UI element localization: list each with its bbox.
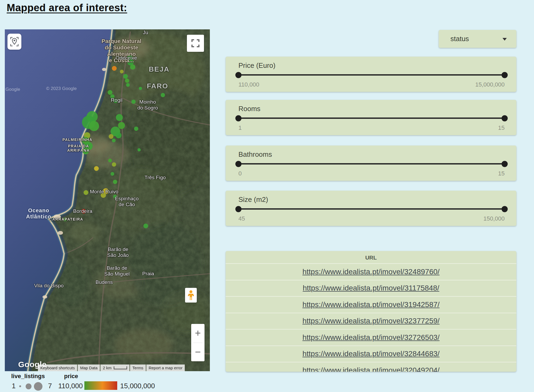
- area-select-pin-icon: [10, 36, 19, 47]
- fullscreen-icon: [191, 39, 199, 47]
- listing-marker[interactable]: [83, 148, 89, 154]
- listing-marker[interactable]: [108, 90, 112, 95]
- price-slider-label: Price (Euro): [238, 61, 276, 70]
- listing-url-link[interactable]: https://www.idealista.pt/imovel/32726503…: [303, 333, 440, 342]
- listing-marker[interactable]: [110, 94, 115, 99]
- scale-ruler: [114, 366, 127, 369]
- pegman-icon: [187, 290, 194, 301]
- map-data-link[interactable]: Map Data: [78, 364, 100, 371]
- map-legend: live_listings 1 7 price 110,000 15,000,0…: [0, 372, 187, 392]
- listing-marker[interactable]: [101, 193, 106, 198]
- listing-marker[interactable]: [108, 159, 112, 162]
- listing-marker[interactable]: [130, 64, 135, 70]
- listing-marker[interactable]: [134, 127, 138, 131]
- listing-marker[interactable]: [113, 180, 117, 184]
- listing-marker[interactable]: [118, 122, 125, 129]
- status-dropdown-label: status: [450, 30, 469, 48]
- keyboard-shortcuts-link[interactable]: Keyboard shortcuts: [38, 364, 77, 371]
- table-row: https://www.idealista.pt/imovel/32844683…: [226, 346, 516, 362]
- listing-marker[interactable]: [138, 148, 141, 151]
- listing-url-link[interactable]: https://www.idealista.pt/imovel/31942587…: [303, 300, 440, 309]
- listing-marker[interactable]: [112, 162, 116, 167]
- listing-marker[interactable]: [112, 139, 116, 142]
- price-slider-min-value: 110,000: [238, 81, 259, 88]
- listing-marker[interactable]: [126, 83, 130, 87]
- listing-marker[interactable]: [84, 190, 88, 195]
- size-slider-handle-min[interactable]: [235, 206, 242, 212]
- listing-marker[interactable]: [116, 132, 121, 138]
- listing-marker[interactable]: [123, 74, 128, 79]
- listing-marker[interactable]: [63, 218, 67, 221]
- zoom-control: + −: [191, 324, 205, 361]
- listing-url-link[interactable]: https://www.idealista.pt/imovel/32049204…: [303, 366, 440, 372]
- bathrooms-slider-max-value: 15: [498, 170, 505, 177]
- size-legend-max: 7: [48, 382, 52, 390]
- bathrooms-slider-handle-max[interactable]: [502, 161, 508, 167]
- price-slider-handle-max[interactable]: [502, 72, 508, 78]
- size-legend-dot-small: [19, 385, 21, 387]
- listing-marker[interactable]: [116, 114, 123, 121]
- rooms-slider[interactable]: [238, 117, 505, 119]
- listing-url-link[interactable]: https://www.idealista.pt/imovel/32844683…: [303, 350, 440, 358]
- listing-url-link[interactable]: https://www.idealista.pt/imovel/31175848…: [303, 284, 439, 292]
- chevron-down-icon: [502, 38, 507, 41]
- listing-marker[interactable]: [143, 224, 148, 228]
- rooms-slider-max-value: 15: [498, 124, 505, 131]
- map-canvas[interactable]: Parque Natural do Sudoeste Alentejano e …: [5, 29, 210, 371]
- terms-link[interactable]: Terms: [130, 364, 146, 371]
- price-gradient-bar: [84, 381, 117, 390]
- pegman-streetview-button[interactable]: [185, 288, 197, 303]
- table-row: https://www.idealista.pt/imovel/31175848…: [226, 280, 516, 296]
- page-title: Mapped area of interest:: [7, 2, 127, 14]
- size-slider[interactable]: [238, 208, 505, 210]
- listing-marker[interactable]: [131, 100, 136, 104]
- listing-marker[interactable]: [125, 79, 129, 83]
- price-slider[interactable]: [238, 74, 505, 76]
- listing-marker[interactable]: [109, 134, 113, 139]
- color-legend-max: 15,000,000: [120, 382, 155, 390]
- rooms-slider-handle-max[interactable]: [502, 115, 508, 121]
- listing-marker[interactable]: [113, 99, 118, 103]
- bathrooms-slider-handle-min[interactable]: [235, 161, 242, 167]
- listing-marker[interactable]: [89, 121, 99, 131]
- price-slider-max-value: 15,000,000: [475, 81, 505, 88]
- bathrooms-slider-min-value: 0: [238, 170, 242, 177]
- listing-marker[interactable]: [81, 209, 86, 214]
- url-column-header: URL: [226, 251, 516, 263]
- listing-url-link[interactable]: https://www.idealista.pt/imovel/32489760…: [303, 268, 440, 276]
- draw-area-button[interactable]: [7, 34, 21, 50]
- size-slider-handle-max[interactable]: [502, 206, 508, 212]
- url-table: URL https://www.idealista.pt/imovel/3248…: [226, 251, 516, 372]
- listing-marker[interactable]: [139, 87, 142, 90]
- scale: 2 km: [100, 364, 129, 371]
- table-row: https://www.idealista.pt/imovel/31942587…: [226, 296, 516, 313]
- listing-marker[interactable]: [112, 66, 117, 71]
- size-slider-min-value: 45: [238, 215, 245, 222]
- size-legend-min: 1: [12, 382, 15, 390]
- bathrooms-slider-label: Bathrooms: [238, 150, 272, 159]
- bathrooms-slider[interactable]: [238, 163, 505, 164]
- listing-marker[interactable]: [120, 70, 124, 73]
- filter-card-size: Size (m2)45150,000: [226, 191, 516, 226]
- table-row: https://www.idealista.pt/imovel/32377259…: [226, 313, 516, 329]
- zoom-out-button[interactable]: −: [191, 343, 205, 362]
- report-error-link[interactable]: Report a map error: [146, 364, 185, 371]
- size-slider-label: Size (m2): [238, 195, 268, 204]
- size-slider-max-value: 150,000: [483, 215, 505, 222]
- filter-card-price: Price (Euro)110,00015,000,000: [226, 57, 516, 92]
- status-dropdown[interactable]: status: [439, 30, 516, 48]
- rooms-slider-min-value: 1: [238, 124, 242, 131]
- listing-marker[interactable]: [161, 93, 165, 97]
- satellite-imagery: [5, 29, 210, 371]
- listing-marker[interactable]: [113, 195, 117, 198]
- listing-marker[interactable]: [111, 172, 114, 176]
- zoom-in-button[interactable]: +: [191, 324, 205, 343]
- price-slider-handle-min[interactable]: [235, 72, 242, 78]
- filter-card-bathrooms: Bathrooms015: [226, 146, 516, 181]
- size-legend-dot-medium: [26, 383, 32, 389]
- listing-marker[interactable]: [94, 166, 99, 171]
- listing-url-link[interactable]: https://www.idealista.pt/imovel/32377259…: [303, 317, 440, 325]
- rooms-slider-handle-min[interactable]: [235, 115, 242, 121]
- size-legend-dot-large: [34, 382, 42, 391]
- fullscreen-button[interactable]: [187, 35, 204, 52]
